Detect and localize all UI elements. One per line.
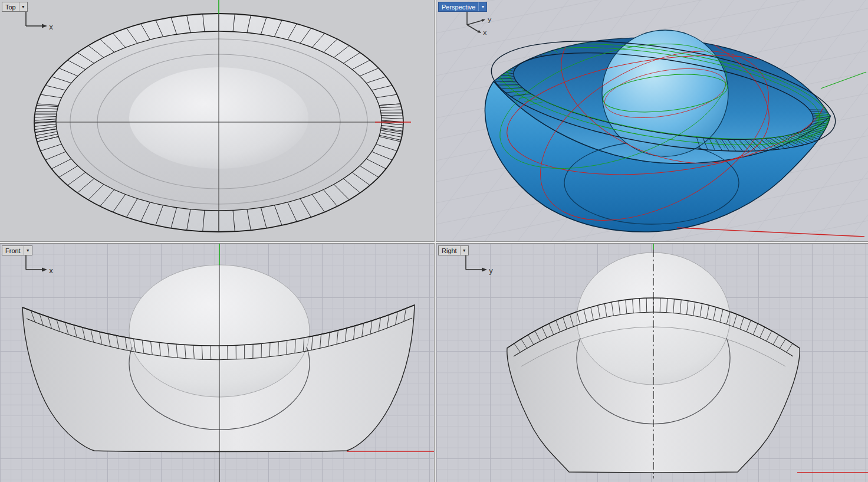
- axis-label-y: y: [488, 16, 492, 24]
- chevron-down-icon[interactable]: ▼: [460, 246, 468, 255]
- viewport-grid: Top ▼ y x: [0, 0, 868, 482]
- right-view-canvas[interactable]: [436, 244, 868, 482]
- top-view-canvas[interactable]: [0, 0, 434, 241]
- viewport-front[interactable]: Front ▼ z x: [0, 244, 434, 482]
- axis-label-x: x: [483, 29, 487, 35]
- viewport-tab-front-label[interactable]: Front: [2, 246, 24, 255]
- front-view-canvas[interactable]: [0, 244, 434, 482]
- perspective-view-canvas[interactable]: [436, 0, 868, 241]
- axis-label-y: y: [489, 267, 493, 275]
- chevron-down-icon[interactable]: ▼: [24, 246, 32, 255]
- viewport-tab-perspective[interactable]: Perspective ▼: [438, 2, 487, 12]
- viewport-tab-right[interactable]: Right ▼: [438, 245, 469, 255]
- viewport-top[interactable]: Top ▼ y x: [0, 0, 434, 241]
- ingot-front-view[interactable]: [22, 265, 415, 452]
- viewport-tab-perspective-label[interactable]: Perspective: [439, 2, 478, 11]
- axis-label-x: x: [49, 267, 53, 275]
- viewport-tab-top-label[interactable]: Top: [2, 2, 19, 11]
- chevron-down-icon[interactable]: ▼: [19, 2, 27, 11]
- ingot-perspective-model[interactable]: [484, 0, 843, 241]
- viewport-tab-right-label[interactable]: Right: [439, 246, 460, 255]
- axis-label-x: x: [49, 23, 53, 31]
- x-axis-line: [677, 228, 864, 237]
- viewport-tab-top[interactable]: Top ▼: [2, 2, 28, 12]
- viewport-perspective[interactable]: Perspective ▼ z y x: [436, 0, 868, 241]
- chevron-down-icon[interactable]: ▼: [478, 2, 486, 11]
- viewport-tab-front[interactable]: Front ▼: [2, 245, 32, 255]
- viewport-right[interactable]: Right ▼ z y: [436, 244, 868, 482]
